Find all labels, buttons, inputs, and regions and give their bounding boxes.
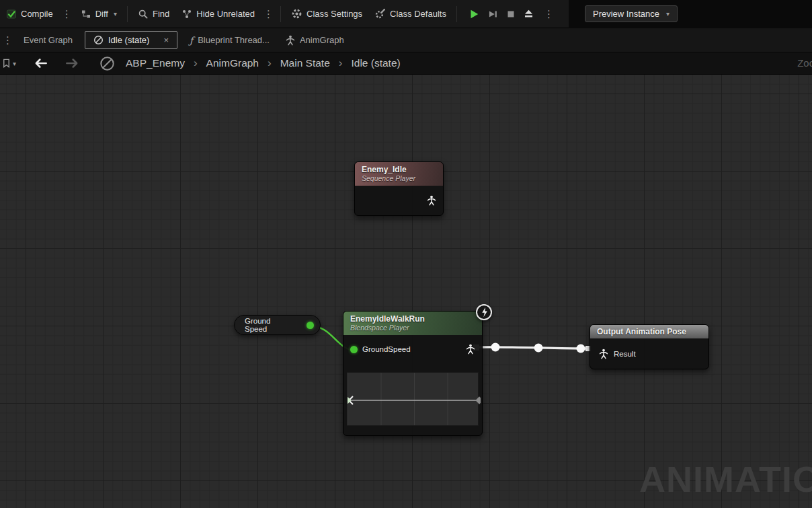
tab-animgraph[interactable]: AnimGraph <box>278 31 352 49</box>
diff-icon <box>81 9 91 20</box>
node-header: EnemyIdleWalkRun Blendspace Player <box>343 312 482 335</box>
class-settings-button[interactable]: Class Settings <box>285 0 368 28</box>
zoom-label: Zoo <box>797 57 812 69</box>
play-button[interactable] <box>468 8 480 20</box>
breadcrumb-item-idle-state[interactable]: Idle (state) <box>351 57 400 69</box>
node-title: EnemyIdleWalkRun <box>350 314 475 324</box>
pose-input-pin-icon[interactable] <box>599 349 608 359</box>
toolbar-divider <box>127 6 128 22</box>
search-icon <box>138 9 149 20</box>
tab-blueprint-thread[interactable]: ƒ Blueprint Thread... <box>181 31 278 49</box>
find-button[interactable]: Find <box>132 0 175 28</box>
arrow-right-icon <box>65 57 79 69</box>
arrow-left-icon <box>34 57 48 69</box>
frame-advance-button[interactable] <box>487 8 499 20</box>
bookmark-dropdown[interactable]: ▾ <box>0 58 22 69</box>
play-options-icon[interactable]: ⋮ <box>541 8 557 20</box>
breadcrumb-item-animgraph[interactable]: AnimGraph <box>206 57 259 69</box>
stop-button[interactable] <box>505 9 516 20</box>
compile-icon <box>6 9 17 20</box>
find-label: Find <box>153 9 169 19</box>
graph-breadcrumb-bar: ▾ ABP_Enemy › AnimGraph › Main State › I… <box>0 52 812 75</box>
hide-unrelated-label: Hide Unrelated <box>196 9 255 19</box>
class-settings-label: Class Settings <box>307 9 362 19</box>
play-controls: ⋮ <box>461 8 563 20</box>
pose-output-pin-icon[interactable] <box>466 344 475 355</box>
toolbar-divider <box>280 6 281 22</box>
breadcrumb-separator: › <box>339 57 343 70</box>
breadcrumb-item-abp-enemy[interactable]: ABP_Enemy <box>126 57 185 69</box>
person-icon <box>286 35 295 46</box>
eject-button[interactable] <box>523 8 534 20</box>
breadcrumb-item-main-state[interactable]: Main State <box>280 57 330 69</box>
pin-label: GroundSpeed <box>362 345 411 353</box>
compile-options-icon[interactable]: ⋮ <box>59 8 75 20</box>
graph-nodes-icon <box>181 9 192 20</box>
document-tabbar: ⋮ Event Graph Idle (state) × ƒ Blueprint… <box>0 28 812 52</box>
pin-label: Result <box>614 350 636 358</box>
node-enemy-idle-walk-run[interactable]: EnemyIdleWalkRun Blendspace Player Groun… <box>343 311 483 436</box>
compile-button[interactable]: Compile <box>0 0 59 28</box>
gear-pencil-icon <box>374 8 386 20</box>
graph-canvas[interactable]: ANIMATIO Enemy_Idle Sequence Player Grou… <box>0 75 812 508</box>
preview-instance-dropdown[interactable]: Preview Instance ▾ <box>585 5 678 22</box>
tab-label: Event Graph <box>24 35 73 45</box>
fast-path-indicator <box>476 304 492 320</box>
groundspeed-input-pin[interactable] <box>350 346 358 353</box>
tab-idle-state[interactable]: Idle (state) × <box>85 31 177 49</box>
toolbar-divider <box>456 6 457 22</box>
toolbar-right-section: Preview Instance ▾ <box>569 0 812 28</box>
tab-label: Idle (state) <box>108 35 149 45</box>
breadcrumb-separator: › <box>268 57 272 70</box>
hide-unrelated-options-icon[interactable]: ⋮ <box>261 8 276 20</box>
class-defaults-button[interactable]: Class Defaults <box>368 0 452 28</box>
lightning-icon <box>480 307 489 318</box>
node-subtitle: Blendspace Player <box>350 324 475 332</box>
hide-unrelated-button[interactable]: Hide Unrelated <box>175 0 261 28</box>
diff-button[interactable]: Diff ▾ <box>75 0 123 28</box>
node-header: Enemy_Idle Sequence Player <box>355 162 443 186</box>
bookmark-icon <box>1 58 11 69</box>
graph-type-icon <box>99 56 115 71</box>
tab-label: AnimGraph <box>300 35 344 45</box>
diff-label: Diff <box>95 9 108 19</box>
tab-label: Blueprint Thread... <box>198 35 270 45</box>
pose-output-pin-icon[interactable] <box>427 195 436 206</box>
blendspace-preview[interactable] <box>347 372 479 426</box>
class-defaults-label: Class Defaults <box>390 9 446 19</box>
node-output-animation-pose[interactable]: Output Animation Pose Result <box>590 324 709 369</box>
node-title: Enemy_Idle <box>362 165 436 174</box>
blendspace-sample-graph <box>348 373 481 427</box>
state-icon <box>93 35 104 45</box>
node-enemy-idle[interactable]: Enemy_Idle Sequence Player <box>354 161 444 216</box>
compile-label: Compile <box>21 9 53 19</box>
node-title: Output Animation Pose <box>597 327 702 336</box>
tab-event-graph[interactable]: Event Graph <box>15 31 81 49</box>
graph-wires <box>0 75 812 508</box>
variable-label: Ground Speed <box>245 317 294 333</box>
preview-instance-label: Preview Instance <box>593 9 659 19</box>
function-icon: ƒ <box>190 35 193 46</box>
watermark: ANIMATIO <box>639 458 812 500</box>
chevron-down-icon: ▾ <box>114 10 117 17</box>
chevron-down-icon: ▾ <box>666 10 669 17</box>
node-ground-speed[interactable]: Ground Speed <box>234 315 321 335</box>
chevron-down-icon: ▾ <box>13 60 16 67</box>
breadcrumb-separator: › <box>194 57 198 70</box>
tabbar-options-icon[interactable]: ⋮ <box>0 34 15 46</box>
main-toolbar: Compile ⋮ Diff ▾ Find Hide Unrelated ⋮ C… <box>0 0 812 28</box>
gear-icon <box>291 8 302 20</box>
node-subtitle: Sequence Player <box>362 174 436 182</box>
nav-back-button[interactable] <box>28 57 54 69</box>
float-output-pin[interactable] <box>307 322 314 329</box>
nav-forward-button[interactable] <box>59 57 85 69</box>
node-header: Output Animation Pose <box>590 325 708 338</box>
close-icon[interactable]: × <box>163 35 169 45</box>
